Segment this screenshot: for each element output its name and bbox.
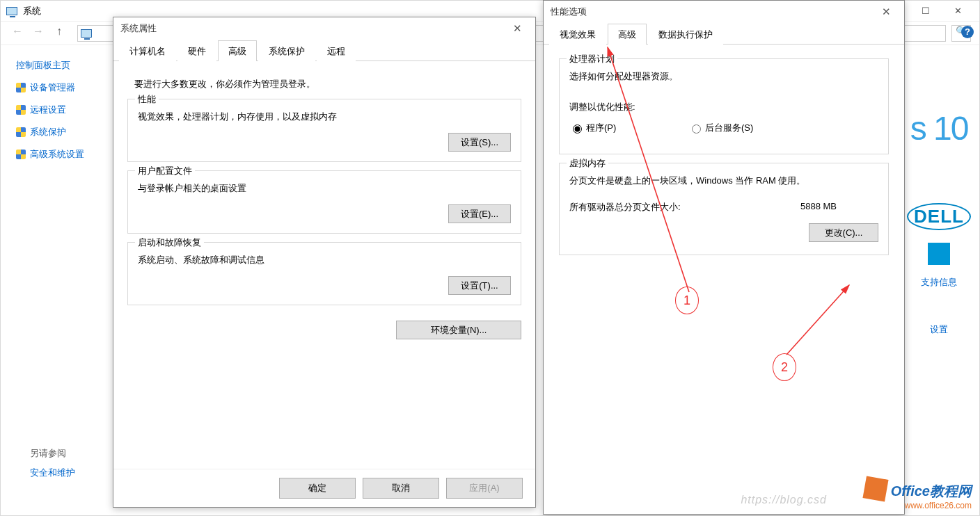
side-link-advanced[interactable]: 高级系统设置 xyxy=(16,148,113,161)
radio-programs[interactable]: 程序(P) xyxy=(569,122,616,134)
group-vm: 虚拟内存 分页文件是硬盘上的一块区域，Windows 当作 RAM 使用。 所有… xyxy=(559,163,889,255)
windows10-logo-partial: s 10 xyxy=(904,109,974,147)
annotation-2: 2 xyxy=(773,353,796,381)
group-startup: 启动和故障恢复 系统启动、系统故障和调试信息 设置(T)... xyxy=(127,242,521,305)
tab-remote[interactable]: 远程 xyxy=(317,40,356,61)
settings-link[interactable]: 设置 xyxy=(904,323,974,336)
tab-advanced[interactable]: 高级 xyxy=(608,24,647,45)
radio-background[interactable]: 后台服务(S) xyxy=(688,122,753,134)
shield-icon xyxy=(16,150,26,159)
cancel-button[interactable]: 取消 xyxy=(363,478,439,499)
back-button[interactable]: ← xyxy=(9,25,26,42)
apply-button[interactable]: 应用(A) xyxy=(446,478,523,499)
dell-logo: DELL xyxy=(907,203,971,230)
close-icon[interactable]: ✕ xyxy=(875,6,897,18)
dialog-body: 处理器计划 选择如何分配处理器资源。 调整以优化性能: 程序(P) 后台服务(S… xyxy=(544,45,904,514)
dialog-title: 性能选项 ✕ xyxy=(544,1,904,23)
tabs: 计算机名 硬件 高级 系统保护 远程 xyxy=(113,40,535,61)
vm-change-button[interactable]: 更改(C)... xyxy=(809,223,878,242)
forward-button[interactable]: → xyxy=(30,25,47,42)
help-icon[interactable]: ? xyxy=(961,26,974,38)
system-properties-dialog: 系统属性 ✕ 计算机名 硬件 高级 系统保护 远程 要进行大多数更改，你必须作为… xyxy=(113,17,536,508)
window-title: 系统 xyxy=(23,5,41,17)
side-link-protection[interactable]: 系统保护 xyxy=(16,126,113,138)
perf-settings-button[interactable]: 设置(S)... xyxy=(448,133,511,152)
tab-computer-name[interactable]: 计算机名 xyxy=(119,40,176,61)
up-button[interactable]: ↑ xyxy=(51,25,68,42)
profiles-settings-button[interactable]: 设置(E)... xyxy=(448,204,511,223)
side-title[interactable]: 控制面板主页 xyxy=(16,59,113,72)
office-icon xyxy=(862,476,888,501)
group-performance: 性能 视觉效果，处理器计划，内存使用，以及虚拟内存 设置(S)... xyxy=(127,99,521,162)
shield-icon xyxy=(16,105,26,115)
env-vars-button[interactable]: 环境变量(N)... xyxy=(396,321,521,339)
close-icon[interactable]: ✕ xyxy=(506,22,528,35)
group-cpu: 处理器计划 选择如何分配处理器资源。 调整以优化性能: 程序(P) 后台服务(S… xyxy=(559,58,889,154)
group-profiles: 用户配置文件 与登录帐户相关的桌面设置 设置(E)... xyxy=(127,170,521,234)
watermark-office: Office教程网 www.office26.com xyxy=(864,474,972,510)
tabs: 视觉效果 高级 数据执行保护 xyxy=(544,23,904,45)
maximize-button[interactable]: ☐ xyxy=(910,1,942,22)
right-info: ? s 10 DELL 支持信息 设置 xyxy=(904,26,974,336)
intro-text: 要进行大多数更改，你必须作为管理员登录。 xyxy=(134,78,521,90)
addr-icon xyxy=(81,29,92,38)
close-button[interactable]: ✕ xyxy=(942,1,974,22)
dialog-body: 要进行大多数更改，你必须作为管理员登录。 性能 视觉效果，处理器计划，内存使用，… xyxy=(113,61,535,469)
annotation-1: 1 xyxy=(675,287,699,314)
dialog-title: 系统属性 ✕ xyxy=(113,17,535,40)
side-panel: 控制面板主页 设备管理器 远程设置 系统保护 高级系统设置 xyxy=(1,45,113,515)
performance-options-dialog: 性能选项 ✕ 视觉效果 高级 数据执行保护 处理器计划 选择如何分配处理器资源。… xyxy=(543,0,905,515)
side-link-device-manager[interactable]: 设备管理器 xyxy=(16,81,113,94)
tab-advanced[interactable]: 高级 xyxy=(218,40,257,61)
vm-total-value: 5888 MB xyxy=(800,201,837,213)
startup-settings-button[interactable]: 设置(T)... xyxy=(448,276,511,295)
security-link[interactable]: 安全和维护 xyxy=(30,467,75,479)
see-also: 另请参阅 安全和维护 xyxy=(30,447,75,479)
shield-icon xyxy=(16,127,26,137)
support-link[interactable]: 支持信息 xyxy=(904,276,974,289)
vm-total-label: 所有驱动器总分页文件大小: xyxy=(569,201,681,213)
shield-icon xyxy=(16,83,26,92)
watermark-csdn: https://blog.csd xyxy=(741,494,827,506)
side-link-remote[interactable]: 远程设置 xyxy=(16,104,113,116)
computer-icon xyxy=(6,7,17,15)
tab-protection[interactable]: 系统保护 xyxy=(258,40,315,61)
tab-visual-effects[interactable]: 视觉效果 xyxy=(549,24,606,45)
energystar-icon xyxy=(928,243,950,265)
tab-hardware[interactable]: 硬件 xyxy=(177,40,216,61)
tab-dep[interactable]: 数据执行保护 xyxy=(648,24,723,45)
dialog-footer: 确定 取消 应用(A) xyxy=(113,469,535,507)
ok-button[interactable]: 确定 xyxy=(279,478,356,499)
